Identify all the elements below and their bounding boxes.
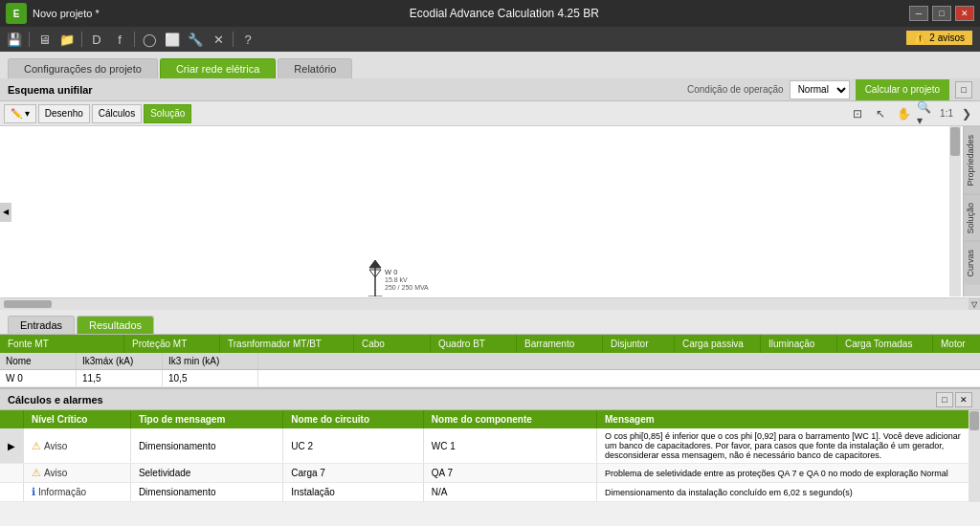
diagram-svg: Q 0 0 ms T 0 325 kVA 15.5 kV / 380 V TNS… bbox=[11, 126, 949, 296]
alarms-buttons: □ ✕ bbox=[936, 392, 972, 407]
canvas-area[interactable]: ◀ ▶ Q 0 0 ms T 0 325 kVA bbox=[0, 126, 980, 298]
condition-label: Condição de operação bbox=[687, 84, 784, 95]
th-indicator bbox=[0, 410, 24, 428]
tab-rede[interactable]: Criar rede elétrica bbox=[160, 58, 276, 78]
calc-button[interactable]: Calcular o projeto bbox=[856, 79, 949, 100]
right-toolbar: ⊡ ↖ ✋ 🔍 ▾ 1:1 ❯ bbox=[848, 104, 976, 123]
menu-icon-4[interactable]: D bbox=[86, 29, 107, 50]
sub-nome: Nome bbox=[0, 353, 77, 369]
alarms-close-btn[interactable]: ✕ bbox=[955, 392, 972, 407]
draw-tab-desenho[interactable]: Desenho bbox=[38, 104, 90, 123]
col-motor: Motor bbox=[933, 335, 980, 353]
menu-icon-2[interactable]: 🖥 bbox=[33, 29, 55, 50]
select-icon[interactable]: ↖ bbox=[871, 104, 890, 123]
canvas-scroll-v[interactable] bbox=[949, 126, 961, 296]
scroll-thumb-h bbox=[4, 300, 52, 308]
componente-2: N/A bbox=[423, 483, 596, 502]
project-name: Novo projeto * bbox=[33, 8, 100, 19]
alarms-table: Nível Crítico Tipo de mensagem Nome do c… bbox=[0, 410, 980, 502]
results-table-wrapper: Fonte MT Proteção MT Trasnformador MT/BT… bbox=[0, 335, 980, 387]
draw-tab-pencil[interactable]: ✏️ ▾ bbox=[4, 104, 36, 123]
indicator-2 bbox=[0, 483, 24, 502]
canvas-wrapper: ◀ ▶ Q 0 0 ms T 0 325 kVA bbox=[0, 126, 980, 310]
results-tabs: Entradas Resultados bbox=[0, 310, 980, 335]
nivel-0: ⚠ Aviso bbox=[24, 428, 131, 464]
alarms-header-row: Nível Crítico Tipo de mensagem Nome do c… bbox=[0, 410, 980, 428]
canvas-scroll-h[interactable]: ▽ bbox=[0, 298, 980, 310]
sub-ik3max: Ik3máx (kA) bbox=[77, 353, 163, 369]
title-bar-left: E Novo projeto * bbox=[6, 3, 100, 24]
alarm-row-0[interactable]: ▶ ⚠ Aviso Dimensionamento UC 2 WC 1 O co… bbox=[0, 428, 980, 464]
tab-relatorio[interactable]: Relatório bbox=[278, 58, 352, 78]
alarm-row-1[interactable]: ⚠ Aviso Seletividade Carga 7 QA 7 Proble… bbox=[0, 464, 980, 483]
nivel-2: ℹ Informação bbox=[24, 483, 131, 502]
side-tab-solucao[interactable]: Solução bbox=[964, 194, 980, 242]
menu-icon-7[interactable]: ⬜ bbox=[162, 29, 183, 50]
svg-marker-1 bbox=[369, 260, 381, 268]
svg-text:250 / 250 MVA: 250 / 250 MVA bbox=[385, 284, 429, 291]
close-button[interactable]: ✕ bbox=[955, 6, 974, 21]
menu-icon-5[interactable]: f bbox=[109, 29, 130, 50]
menu-icon-8[interactable]: 🔧 bbox=[185, 29, 206, 50]
tipo-0: Dimensionamento bbox=[130, 428, 282, 464]
alarms-scroll-v[interactable] bbox=[969, 410, 980, 502]
sep-1 bbox=[29, 32, 30, 47]
col-prot: Proteção MT bbox=[124, 335, 220, 353]
th-nivel: Nível Crítico bbox=[24, 410, 131, 428]
alarm-row-2[interactable]: ℹ Informação Dimensionamento Instalação … bbox=[0, 483, 980, 502]
mensagem-0: O cos phi[0,85] é inferior que o cos phi… bbox=[597, 428, 980, 464]
menu-icon-1[interactable]: 💾 bbox=[4, 29, 25, 50]
side-tab-curvas[interactable]: Curvas bbox=[964, 241, 980, 285]
mensagem-1: Problema de seletividade entre as proteç… bbox=[597, 464, 980, 483]
tab-resultados[interactable]: Resultados bbox=[77, 316, 154, 334]
expand-btn[interactable]: ▽ bbox=[969, 298, 980, 310]
collapse-button[interactable]: □ bbox=[955, 81, 972, 99]
componente-0: WC 1 bbox=[423, 428, 596, 464]
badge-aviso-0: ⚠ Aviso bbox=[32, 440, 67, 452]
circuito-2: Instalação bbox=[283, 483, 424, 502]
col-trans: Trasnformador MT/BT bbox=[220, 335, 354, 353]
condition-select[interactable]: Normal bbox=[790, 80, 850, 99]
info-icon-2: ℹ bbox=[32, 486, 35, 498]
help-icon[interactable]: ? bbox=[237, 29, 258, 50]
col-disj: Disjuntor bbox=[603, 335, 675, 353]
minimize-button[interactable]: ─ bbox=[909, 6, 928, 21]
indicator-0: ▶ bbox=[0, 428, 24, 464]
alarms-restore-btn[interactable]: □ bbox=[936, 392, 953, 407]
col-ilum: Iluminação bbox=[761, 335, 837, 353]
col-fonte: Fonte MT bbox=[0, 335, 124, 353]
alerts-notice[interactable]: ⚠️ 2 avisos bbox=[906, 31, 972, 45]
zoom-icon[interactable]: 🔍 ▾ bbox=[917, 104, 936, 123]
menu-icon-6[interactable]: ◯ bbox=[139, 29, 160, 50]
draw-tab-calculos[interactable]: Cálculos bbox=[92, 104, 142, 123]
hand-icon[interactable]: ✋ bbox=[894, 104, 913, 123]
restore-button[interactable]: □ bbox=[932, 6, 951, 21]
condition-area: Condição de operação Normal Calcular o p… bbox=[687, 79, 972, 100]
sub-ik3min: Ik3 min (kA) bbox=[163, 353, 258, 369]
tab-config[interactable]: Configurações do projeto bbox=[8, 58, 158, 78]
menu-bar: 💾 🖥 📁 D f ◯ ⬜ 🔧 ✕ ? ⚠️ 2 avisos bbox=[0, 27, 980, 52]
next-icon[interactable]: ❯ bbox=[957, 104, 976, 123]
nivel-1: ⚠ Aviso bbox=[24, 464, 131, 483]
sep-2 bbox=[81, 32, 82, 47]
alarms-scroll-thumb bbox=[969, 411, 979, 430]
data-ik3min-0: 10,5 bbox=[163, 370, 258, 386]
draw-tab-solucao[interactable]: Solução bbox=[144, 104, 191, 123]
menu-icon-3[interactable]: 📁 bbox=[56, 29, 78, 50]
menu-icon-9[interactable]: ✕ bbox=[208, 29, 229, 50]
tipo-2: Dimensionamento bbox=[130, 483, 282, 502]
alarms-table-wrapper: Nível Crítico Tipo de mensagem Nome do c… bbox=[0, 410, 980, 502]
th-componente: Nome do componente bbox=[423, 410, 596, 428]
alarms-title: Cálculos e alarmes bbox=[8, 394, 103, 405]
drawing-toolbar: ✏️ ▾ Desenho Cálculos Solução ⊡ ↖ ✋ 🔍 ▾ … bbox=[0, 101, 980, 126]
schema-title: Esquema unifilar bbox=[8, 84, 93, 96]
side-tab-propriedades[interactable]: Propriedades bbox=[964, 126, 980, 194]
fit-icon[interactable]: ⊡ bbox=[848, 104, 867, 123]
alerts-count: 2 avisos bbox=[929, 33, 965, 43]
scroll-left[interactable]: ◀ bbox=[0, 203, 11, 222]
svg-text:W 0: W 0 bbox=[385, 268, 397, 276]
sep-3 bbox=[134, 32, 135, 47]
th-tipo: Tipo de mensagem bbox=[130, 410, 282, 428]
tab-entradas[interactable]: Entradas bbox=[8, 316, 75, 334]
window-controls: ─ □ ✕ bbox=[909, 6, 974, 21]
